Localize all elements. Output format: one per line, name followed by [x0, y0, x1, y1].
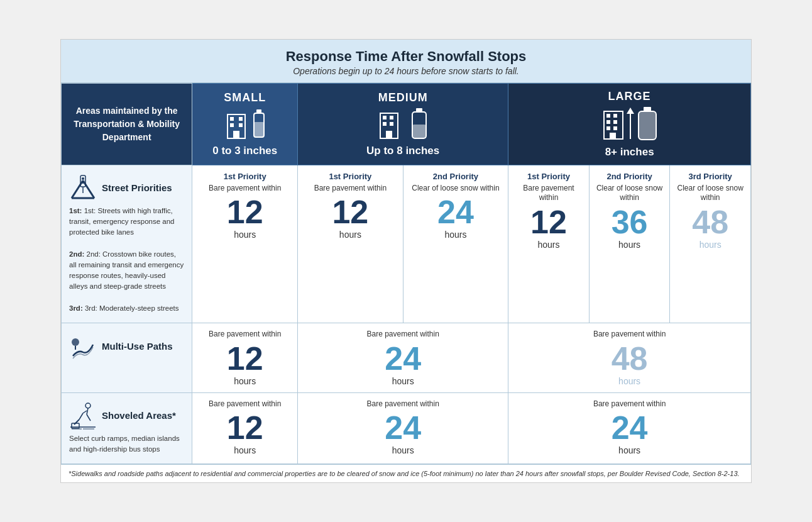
shoveled-large-cell: Bare pavement within 24 hours	[508, 392, 751, 464]
svg-rect-17	[412, 125, 426, 138]
multipaths-title: Multi-Use Paths	[69, 332, 184, 360]
svg-rect-24	[613, 126, 617, 130]
multipaths-large-cell: Bare pavement within 48 hours	[508, 323, 751, 393]
shoveled-small-cell: Bare pavement within 12 hours	[192, 392, 298, 464]
svg-rect-13	[390, 122, 393, 126]
streets-row: Street Priorities 1st: 1st: Streets with…	[62, 165, 751, 323]
multipaths-icon	[69, 332, 97, 360]
svg-point-36	[82, 181, 84, 184]
svg-line-46	[87, 414, 91, 421]
svg-rect-2	[239, 117, 243, 121]
svg-line-44	[74, 419, 79, 425]
svg-point-40	[85, 403, 91, 408]
svg-rect-8	[254, 122, 264, 137]
svg-line-43	[79, 413, 83, 419]
svg-point-38	[72, 338, 79, 346]
multipaths-small-cell: Bare pavement within 12 hours	[192, 323, 298, 393]
column-header-row: Areas maintained by the Transportation &…	[62, 83, 751, 165]
large-bottle-icon	[638, 107, 657, 141]
medium-building-icon	[378, 108, 407, 140]
svg-line-31	[72, 180, 83, 198]
svg-marker-27	[627, 108, 634, 114]
shoveled-title-text: Shoveled Areas*	[102, 410, 176, 421]
large-icon-wrap	[603, 107, 657, 141]
small-building-icon	[224, 108, 248, 140]
streets-large-1st-cell: 1st Priority Bare pavement within 12 hou…	[508, 165, 590, 323]
streets-title-text: Street Priorities	[102, 182, 172, 193]
svg-rect-28	[644, 107, 651, 111]
svg-rect-3	[230, 123, 234, 127]
svg-rect-14	[386, 131, 392, 138]
shoveled-row: Shoveled Areas* Select curb ramps, media…	[62, 392, 751, 464]
streets-title: Street Priorities	[69, 174, 184, 202]
footer-note: *Sidewalks and roadside paths adjacent t…	[61, 464, 751, 482]
multipaths-medium-cell: Bare pavement within 24 hours	[298, 323, 508, 393]
large-building-icon	[603, 108, 634, 140]
svg-rect-11	[390, 116, 393, 119]
streets-desc: 1st: 1st: Streets with high traffic, tra…	[69, 206, 184, 314]
svg-rect-12	[383, 122, 387, 126]
svg-rect-5	[233, 131, 239, 138]
multipaths-row: Multi-Use Paths Bare pavement within 12 …	[62, 323, 751, 393]
svg-rect-4	[239, 123, 243, 127]
svg-point-35	[82, 177, 84, 180]
svg-rect-30	[639, 111, 656, 140]
multipaths-title-text: Multi-Use Paths	[102, 341, 173, 352]
header-subtitle: Operations begin up to 24 hours before s…	[74, 66, 738, 76]
svg-rect-19	[606, 114, 610, 118]
streets-large-3rd-cell: 3rd Priority Clear of loose snow within …	[670, 165, 751, 323]
svg-line-42	[83, 411, 87, 413]
streets-medium-2nd-cell: 2nd Priority Clear of loose snow within …	[403, 165, 508, 323]
streets-small-cell: 1st Priority Bare pavement within 12 hou…	[192, 165, 298, 323]
svg-rect-22	[613, 120, 617, 124]
area-label-header: Areas maintained by the Transportation &…	[62, 83, 192, 165]
svg-line-41	[87, 408, 88, 414]
shoveled-medium-cell: Bare pavement within 24 hours	[298, 392, 508, 464]
streets-label-cell: Street Priorities 1st: 1st: Streets with…	[62, 165, 192, 323]
streets-large-2nd-cell: 2nd Priority Clear of loose snow within …	[589, 165, 670, 323]
small-bottle-icon	[252, 109, 266, 138]
main-table: Areas maintained by the Transportation &…	[61, 83, 751, 465]
streets-icon	[69, 174, 97, 202]
streets-medium-1st-cell: 1st Priority Bare pavement within 12 hou…	[298, 165, 403, 323]
small-icon-wrap	[224, 108, 266, 140]
header: Response Time After Snowfall Stops Opera…	[61, 40, 751, 83]
shoveled-label-cell: Shoveled Areas* Select curb ramps, media…	[62, 392, 192, 464]
svg-rect-23	[606, 126, 610, 130]
svg-rect-20	[613, 114, 617, 118]
large-category: LARGE	[513, 90, 745, 158]
small-col-header: SMALL	[192, 83, 298, 165]
svg-rect-25	[610, 133, 616, 139]
shoveled-title: Shoveled Areas*	[69, 402, 184, 430]
svg-rect-21	[606, 120, 610, 124]
medium-bottle-icon	[411, 108, 427, 140]
shoveled-desc: Select curb ramps, median islands and hi…	[69, 433, 184, 455]
header-title: Response Time After Snowfall Stops	[74, 48, 738, 65]
medium-icon-wrap	[378, 108, 427, 140]
large-col-header: LARGE	[508, 83, 751, 165]
medium-category: MEDIUM	[303, 91, 503, 157]
infographic-container: Response Time After Snowfall Stops Opera…	[60, 39, 752, 484]
svg-rect-1	[230, 117, 234, 121]
shoveled-icon	[69, 402, 97, 430]
medium-col-header: MEDIUM	[298, 83, 508, 165]
svg-line-32	[83, 180, 94, 198]
multipaths-label-cell: Multi-Use Paths	[62, 323, 192, 393]
small-category: SMALL	[197, 91, 292, 157]
svg-rect-10	[383, 116, 387, 119]
